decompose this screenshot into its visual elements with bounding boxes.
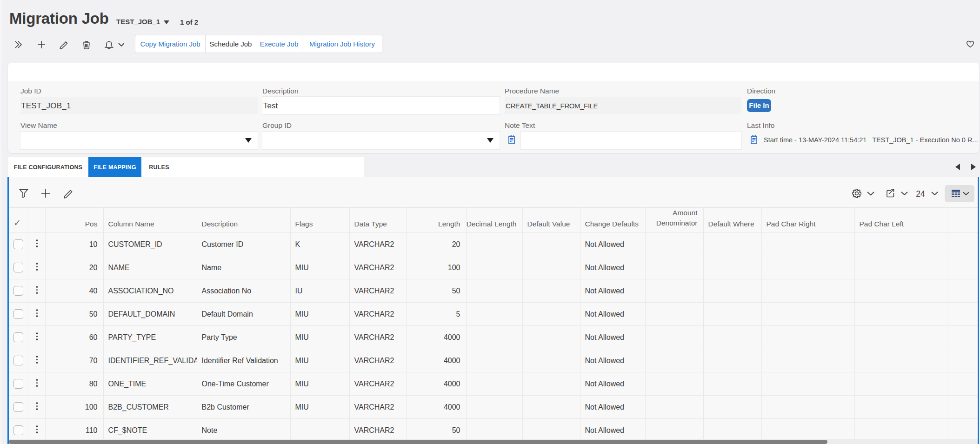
svg-text:24: 24	[916, 189, 925, 199]
